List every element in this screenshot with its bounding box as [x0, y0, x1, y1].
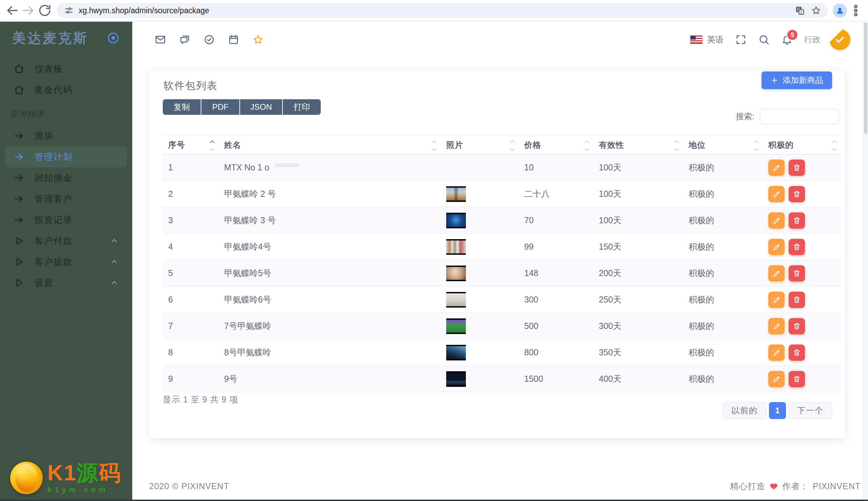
table-row: 99号1500400天积极的: [163, 366, 841, 392]
delete-button[interactable]: [789, 186, 805, 202]
cell-photo: [441, 260, 519, 287]
edit-button[interactable]: [768, 186, 785, 202]
site-settings-icon[interactable]: [64, 6, 74, 15]
mail-icon[interactable]: [155, 34, 166, 45]
cell-index: 4: [163, 234, 219, 260]
sidebar-item-rebate-commission[interactable]: 回扣佣金: [6, 167, 127, 188]
cell-status: 积极的: [683, 366, 763, 392]
export-button-3[interactable]: 打印: [283, 99, 321, 115]
chat-icon[interactable]: [179, 34, 190, 45]
cell-photo: [441, 234, 519, 260]
star-icon[interactable]: [252, 34, 264, 45]
delete-button[interactable]: [789, 318, 805, 334]
scrollbar-thumb[interactable]: [864, 22, 867, 134]
sidebar-toggle-icon[interactable]: [106, 31, 120, 45]
export-button-2[interactable]: JSON: [240, 99, 282, 115]
cell-name: 甲氨蝶呤4号: [219, 234, 441, 260]
cell-actions: [763, 287, 841, 313]
browser-reload-icon[interactable]: [37, 3, 52, 18]
browser-menu-dots-icon[interactable]: [848, 3, 863, 18]
chevron-up-icon: [110, 278, 119, 287]
sidebar-item-settings[interactable]: 设置: [6, 272, 127, 294]
check-circle-icon[interactable]: [203, 34, 215, 45]
cell-actions: [763, 260, 841, 287]
column-header-actions[interactable]: 积极的: [763, 136, 841, 154]
cell-validity: 350天: [593, 339, 683, 366]
author-name: PIXINVENT: [813, 481, 860, 491]
bookmark-star-icon[interactable]: [811, 6, 821, 15]
edit-button[interactable]: [768, 292, 785, 308]
sidebar-item-manage-customers[interactable]: 管理客户: [6, 188, 127, 209]
page-scrollbar[interactable]: [863, 22, 868, 500]
fullscreen-icon[interactable]: [735, 34, 746, 45]
browser-profile-avatar[interactable]: [833, 3, 847, 18]
cell-actions: [763, 234, 841, 260]
sidebar-item-bonus-code[interactable]: 奖金代码: [6, 79, 127, 100]
edit-button[interactable]: [768, 318, 785, 334]
column-header-status[interactable]: 地位: [683, 136, 763, 154]
screen: xg.hwym.shop/admin/source/package G文 美达麦…: [0, 0, 868, 501]
browser-forward-icon[interactable]: [21, 3, 36, 18]
sort-icons: [585, 139, 590, 152]
sidebar-item-slider[interactable]: 滑块: [6, 125, 127, 146]
package-list-card: 软件包列表 复制PDFJSON打印 添加新商品 搜索:: [149, 71, 845, 438]
export-button-1[interactable]: PDF: [201, 99, 239, 115]
cell-actions: [763, 339, 841, 366]
delete-button[interactable]: [789, 239, 805, 255]
cell-validity: 400天: [593, 366, 683, 392]
sidebar-item-dashboard[interactable]: 仪表板: [6, 58, 127, 79]
column-header-name[interactable]: 姓名: [219, 136, 441, 154]
sidebar-item-customer-payments[interactable]: 客户付款: [6, 230, 127, 251]
arrow-right-icon: [13, 214, 24, 225]
column-header-index[interactable]: 序号: [163, 136, 219, 154]
delete-button[interactable]: [789, 160, 805, 176]
user-avatar[interactable]: [829, 29, 850, 50]
sidebar-menu: 仪表板奖金代码应用程序滑块管理计划回扣佣金管理客户投资记录客户付款客户提款设置: [0, 46, 132, 294]
cell-validity: 100天: [593, 154, 683, 181]
pagination-next-button[interactable]: 下一个: [789, 402, 832, 419]
sidebar-item-manage-plan[interactable]: 管理计划: [6, 146, 127, 167]
search-icon[interactable]: [758, 34, 770, 45]
cell-status: 积极的: [683, 181, 763, 207]
pagination-current-page[interactable]: 1: [769, 402, 786, 419]
pagination-previous-button[interactable]: 以前的: [723, 402, 766, 419]
broken-image-placeholder: [275, 163, 299, 167]
notifications-bell-icon[interactable]: 5: [781, 34, 793, 45]
edit-button[interactable]: [768, 239, 785, 255]
browser-back-icon[interactable]: [5, 3, 20, 18]
column-header-price[interactable]: 价格: [519, 136, 593, 154]
sidebar-item-investment-records[interactable]: 投资记录: [6, 209, 127, 230]
edit-button[interactable]: [768, 160, 785, 176]
product-photo: [446, 213, 466, 228]
sidebar-item-customer-withdrawals[interactable]: 客户提款: [6, 251, 127, 272]
top-navbar: 英语 5 行政: [132, 22, 868, 57]
delete-button[interactable]: [789, 265, 805, 281]
table-row: 3甲氨蝶呤 3 号70100天积极的: [163, 207, 841, 234]
delete-button[interactable]: [789, 212, 805, 229]
edit-button[interactable]: [768, 371, 785, 387]
edit-button[interactable]: [768, 212, 785, 229]
search-input[interactable]: [760, 109, 838, 124]
translate-icon[interactable]: G文: [795, 6, 805, 15]
language-selector[interactable]: 英语: [690, 34, 723, 45]
cell-index: 7: [163, 313, 219, 339]
calendar-icon[interactable]: [228, 34, 239, 45]
home-icon: [13, 63, 24, 74]
delete-button[interactable]: [789, 344, 805, 361]
edit-button[interactable]: [768, 344, 785, 361]
language-label: 英语: [707, 34, 723, 45]
add-product-button[interactable]: 添加新商品: [762, 72, 832, 89]
address-bar[interactable]: xg.hwym.shop/admin/source/package G文: [57, 3, 828, 18]
delete-button[interactable]: [789, 292, 805, 308]
export-button-0[interactable]: 复制: [163, 99, 201, 115]
column-header-validity[interactable]: 有效性: [593, 136, 683, 154]
delete-button[interactable]: [789, 371, 805, 387]
cell-price: 148: [519, 260, 593, 287]
column-header-photo[interactable]: 照片: [441, 136, 519, 154]
k1-logo-domain: k1ym.com: [48, 486, 122, 494]
cell-index: 3: [163, 207, 219, 234]
sidebar-brand-row: 美达麦克斯: [0, 22, 132, 46]
cell-photo: [441, 287, 519, 313]
edit-button[interactable]: [768, 265, 785, 281]
search-label: 搜索:: [736, 111, 754, 122]
